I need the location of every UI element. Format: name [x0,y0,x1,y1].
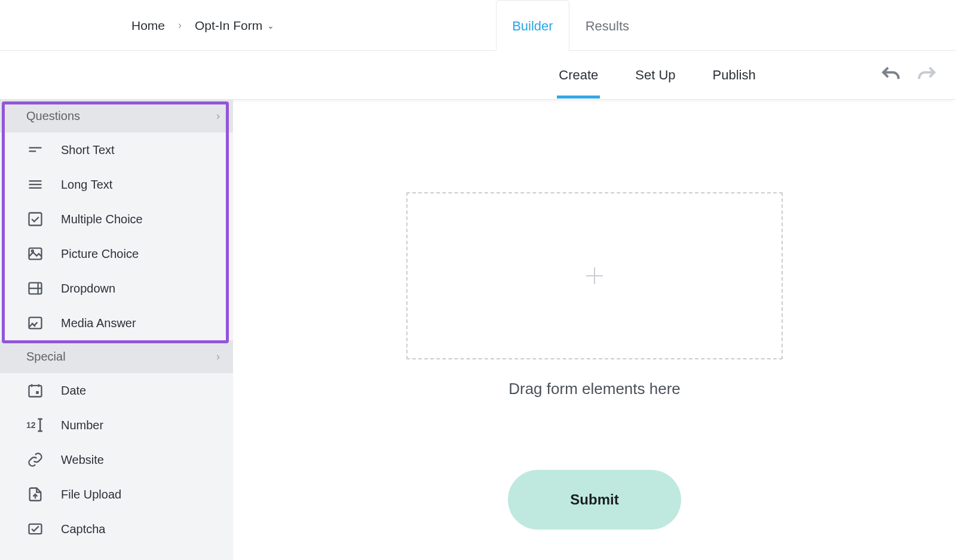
subtab-publish[interactable]: Publish [712,53,757,97]
svg-rect-5 [29,213,42,226]
element-label: Dropdown [61,282,115,296]
element-dropdown[interactable]: Dropdown [0,271,233,306]
date-icon [26,381,44,399]
element-label: File Upload [61,488,121,501]
work-area: Questions › Short Text Long Text Multi [0,100,956,560]
element-captcha[interactable]: Captcha [0,512,233,546]
element-label: Picture Choice [61,247,139,261]
breadcrumb-current-label: Opt-In Form [195,19,262,33]
element-short-text[interactable]: Short Text [0,133,233,167]
long-text-icon [26,176,44,193]
redo-button[interactable] [915,64,938,87]
group-title: Questions [26,109,80,123]
plus-icon [586,267,603,284]
form-canvas: Drag form elements here Submit [233,100,956,560]
svg-rect-12 [29,386,42,397]
element-label: Captcha [61,522,106,536]
element-label: Date [61,384,86,398]
captcha-icon [26,520,44,538]
short-text-icon [26,141,44,159]
number-icon: 12 [26,416,44,434]
builder-subnav: Create Set Up Publish [0,51,956,100]
multiple-choice-icon [26,210,44,228]
chevron-down-icon: ⌄ [267,21,274,30]
element-label: Website [61,453,104,467]
submit-button[interactable]: Submit [508,470,681,530]
drop-zone-label: Drag form elements here [508,380,681,398]
element-label: Media Answer [61,316,136,330]
history-controls [880,64,938,87]
undo-button[interactable] [880,64,902,87]
group-head-questions[interactable]: Questions › [0,100,233,133]
element-multiple-choice[interactable]: Multiple Choice [0,202,233,236]
view-tabs: Builder Results [496,0,956,51]
tab-results[interactable]: Results [569,0,645,51]
svg-rect-11 [29,318,42,329]
file-upload-icon [26,485,44,503]
group-title: Special [26,350,66,364]
element-file-upload[interactable]: File Upload [0,477,233,512]
redo-icon [915,64,938,87]
element-label: Multiple Choice [61,213,143,226]
elements-sidebar: Questions › Short Text Long Text Multi [0,100,233,560]
dropdown-icon [26,279,44,297]
chevron-right-icon: › [216,350,220,363]
drop-zone[interactable] [406,192,783,359]
element-date[interactable]: Date [0,373,233,408]
element-picture-choice[interactable]: Picture Choice [0,236,233,271]
svg-rect-15 [36,391,39,394]
element-long-text[interactable]: Long Text [0,167,233,202]
breadcrumb: Home › Opt-In Form ⌄ [131,0,274,51]
chevron-right-icon: › [178,19,182,32]
svg-point-7 [32,250,33,252]
breadcrumb-home[interactable]: Home [131,19,165,33]
element-media-answer[interactable]: Media Answer [0,306,233,340]
element-label: Long Text [61,178,112,192]
media-answer-icon [26,314,44,332]
element-label: Short Text [61,143,115,157]
subtab-setup[interactable]: Set Up [634,53,676,97]
undo-icon [880,64,902,87]
group-questions-list: Short Text Long Text Multiple Choice Pic… [0,133,233,340]
builder-subtabs: Create Set Up Publish [557,53,756,97]
element-website[interactable]: Website [0,442,233,477]
group-special-list: Date 12 Number Website File Upload [0,373,233,546]
website-link-icon [26,451,44,469]
top-bar: Home › Opt-In Form ⌄ Builder Results [0,0,956,51]
breadcrumb-current[interactable]: Opt-In Form ⌄ [195,19,274,33]
tab-builder[interactable]: Builder [496,0,569,51]
group-head-special[interactable]: Special › [0,340,233,373]
subtab-create[interactable]: Create [557,53,599,97]
element-label: Number [61,419,103,432]
chevron-right-icon: › [216,110,220,122]
picture-choice-icon [26,245,44,263]
element-number[interactable]: 12 Number [0,408,233,442]
